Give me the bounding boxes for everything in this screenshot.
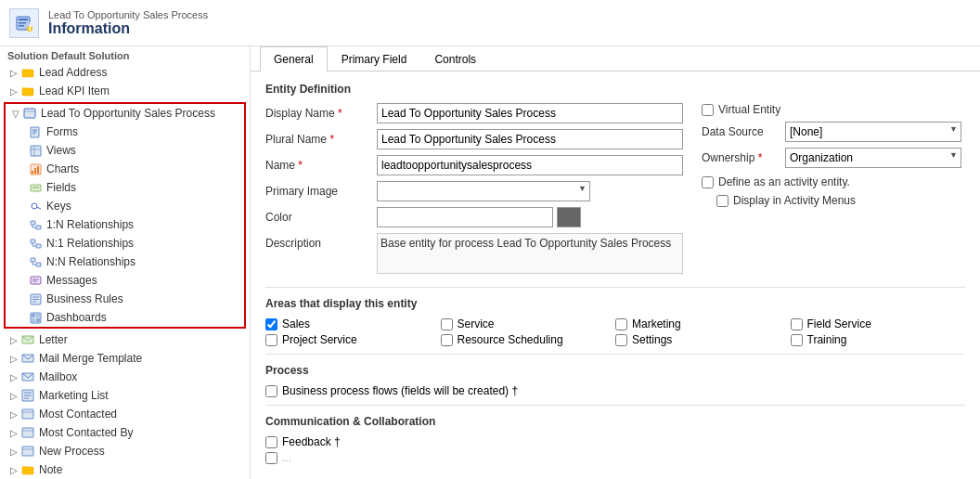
area-settings[interactable]: Settings	[615, 333, 791, 346]
svg-rect-26	[31, 221, 35, 225]
color-row: Color	[265, 207, 683, 227]
sidebar-item-lead-address[interactable]: ▷ Lead Address	[0, 63, 250, 82]
area-sales-checkbox[interactable]	[265, 318, 277, 330]
sidebar-item-note[interactable]: ▷ Note	[0, 460, 250, 479]
label-n1-rel: N:1 Relationships	[46, 237, 134, 250]
sidebar-item-most-contacted[interactable]: ▷ Most Contacted	[0, 405, 250, 423]
sidebar-item-mail-merge[interactable]: ▷ Mail Merge Template	[0, 349, 250, 368]
area-training-checkbox[interactable]	[791, 334, 803, 346]
define-activity-checkbox[interactable]	[702, 176, 714, 188]
document-icon	[28, 124, 43, 139]
expand-icon: ▽	[9, 109, 22, 119]
business-process-flows-item[interactable]: Business process flows (fields will be c…	[265, 384, 965, 397]
sidebar-child-business-rules[interactable]: Business Rules	[24, 290, 244, 308]
svg-line-25	[36, 207, 41, 209]
entity-icon	[22, 106, 37, 121]
display-activity-label[interactable]: Display in Activity Menus	[702, 194, 856, 207]
sidebar-child-charts[interactable]: Charts	[24, 160, 244, 178]
sidebar-child-nn-rel[interactable]: N:N Relationships	[24, 252, 244, 271]
sidebar-group-label: Lead To Opportunity Sales Process	[41, 107, 215, 120]
feedback-checkbox[interactable]	[265, 436, 277, 448]
sidebar-label-mailbox: Mailbox	[39, 370, 77, 383]
svg-rect-34	[31, 258, 35, 262]
tab-general[interactable]: General	[260, 46, 328, 71]
area-marketing-checkbox[interactable]	[615, 318, 627, 330]
plural-name-input[interactable]	[377, 129, 683, 149]
sidebar-child-views[interactable]: Views	[24, 141, 244, 160]
more-comm-item[interactable]: ...	[265, 451, 965, 464]
area-training[interactable]: Training	[791, 333, 966, 346]
svg-rect-21	[37, 166, 39, 174]
svg-rect-3	[19, 22, 26, 24]
description-row: Description Base entity for process Lead…	[265, 233, 683, 274]
process-section: Process Business process flows (fields w…	[265, 364, 965, 397]
display-name-label: Display Name *	[265, 103, 377, 120]
svg-rect-20	[34, 168, 36, 174]
area-project-service-checkbox[interactable]	[265, 334, 277, 346]
svg-text:i: i	[29, 20, 32, 32]
display-name-row: Display Name *	[265, 103, 683, 123]
display-activity-checkbox[interactable]	[716, 195, 729, 207]
area-service-checkbox[interactable]	[441, 318, 453, 330]
sidebar-item-new-process[interactable]: ▷ New Process	[0, 442, 250, 460]
area-project-service[interactable]: Project Service	[265, 333, 441, 346]
sidebar-item-letter[interactable]: ▷ Letter	[0, 330, 250, 349]
color-picker-button[interactable]	[557, 207, 581, 227]
data-source-wrapper: [None]	[785, 122, 961, 142]
area-field-service[interactable]: Field Service	[791, 317, 966, 330]
label-forms: Forms	[46, 125, 78, 138]
tab-primary-field[interactable]: Primary Field	[328, 46, 421, 71]
divider-process	[265, 354, 965, 355]
areas-title: Areas that display this entity	[265, 297, 965, 310]
form-right-col: Virtual Entity Data Source [None]	[683, 103, 965, 279]
sidebar-group-header[interactable]: ▽ Lead To Opportunity Sales Process	[6, 104, 244, 123]
sidebar-child-1n-rel[interactable]: 1:N Relationships	[24, 215, 244, 234]
areas-section: Areas that display this entity Sales Ser…	[265, 297, 965, 346]
business-process-checkbox[interactable]	[265, 385, 277, 397]
description-label: Description	[265, 233, 377, 250]
virtual-entity-checkbox-label[interactable]: Virtual Entity	[702, 103, 780, 116]
description-textarea[interactable]: Base entity for process Lead To Opportun…	[377, 233, 683, 274]
sidebar-item-mailbox[interactable]: ▷ Mailbox	[0, 368, 250, 386]
display-name-input[interactable]	[377, 103, 683, 123]
field-icon	[28, 180, 43, 195]
name-input[interactable]	[377, 155, 683, 175]
svg-rect-46	[32, 314, 35, 317]
color-input[interactable]	[377, 207, 553, 227]
area-service[interactable]: Service	[441, 317, 616, 330]
folder-icon	[20, 65, 35, 80]
sidebar-child-fields[interactable]: Fields	[24, 178, 244, 197]
sidebar-label-most-contacted-by: Most Contacted By	[39, 426, 133, 439]
area-field-service-checkbox[interactable]	[791, 318, 803, 330]
area-settings-checkbox[interactable]	[615, 334, 627, 346]
tabs: General Primary Field Controls	[251, 46, 980, 71]
sidebar-child-forms[interactable]: Forms	[24, 123, 244, 141]
define-activity-label[interactable]: Define as an activity entity.	[702, 175, 850, 188]
area-marketing[interactable]: Marketing	[615, 317, 791, 330]
area-resource-scheduling-checkbox[interactable]	[441, 334, 453, 346]
ownership-select[interactable]: Organization	[785, 148, 961, 168]
rule-icon	[28, 291, 43, 306]
area-resource-scheduling[interactable]: Resource Scheduling	[441, 333, 616, 346]
sidebar-item-lead-kpi[interactable]: ▷ Lead KPI Item	[0, 82, 250, 100]
sidebar-item-most-contacted-by[interactable]: ▷ Most Contacted By	[0, 423, 250, 442]
more-comm-checkbox[interactable]	[265, 452, 277, 464]
sidebar-label-most-contacted: Most Contacted	[39, 408, 117, 421]
expand-icon: ▷	[7, 335, 20, 345]
sidebar-child-messages[interactable]: Messages	[24, 271, 244, 290]
feedback-item[interactable]: Feedback †	[265, 435, 965, 448]
sidebar-child-n1-rel[interactable]: N:1 Relationships	[24, 234, 244, 252]
svg-rect-59	[22, 428, 33, 437]
virtual-entity-row: Virtual Entity	[702, 103, 965, 116]
primary-image-select[interactable]	[377, 181, 590, 201]
area-sales[interactable]: Sales	[265, 317, 441, 330]
sidebar-item-marketing-list[interactable]: ▷ Marketing List	[0, 386, 250, 405]
process-title: Process	[265, 364, 965, 377]
sidebar-child-dashboards[interactable]: Dashboards	[24, 308, 244, 327]
tab-controls[interactable]: Controls	[420, 46, 490, 71]
virtual-entity-checkbox[interactable]	[702, 104, 714, 116]
primary-image-wrapper	[377, 181, 590, 201]
sidebar-child-keys[interactable]: Keys	[24, 197, 244, 215]
svg-rect-8	[22, 88, 33, 96]
data-source-select[interactable]: [None]	[785, 122, 961, 142]
